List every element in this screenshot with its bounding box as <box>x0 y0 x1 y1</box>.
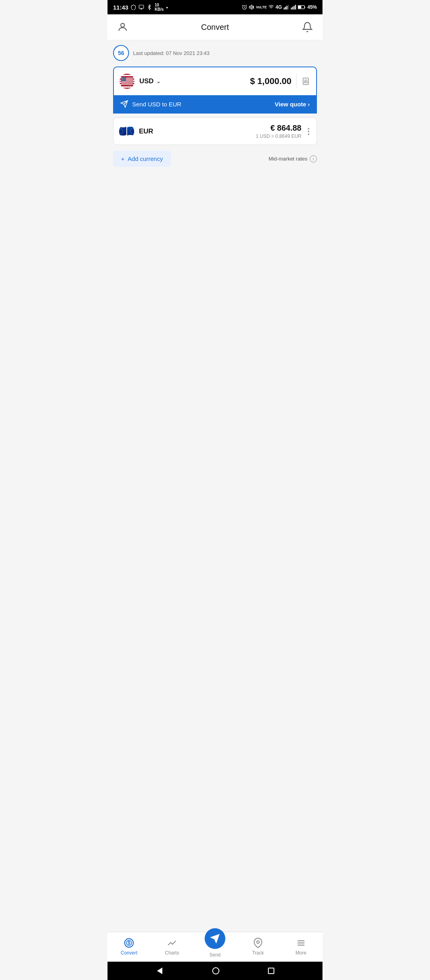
vibrate-icon <box>249 4 254 10</box>
eur-amount: € 864.88 <box>158 123 301 133</box>
svg-marker-27 <box>211 935 219 943</box>
mid-market-label: Mid-market rates <box>268 156 307 162</box>
convert-label: Convert <box>121 950 137 956</box>
security-icon <box>131 4 136 10</box>
convert-icon-wrap: $ <box>123 937 135 949</box>
nav-send[interactable]: Send <box>194 928 236 958</box>
android-nav <box>108 962 322 980</box>
mid-market-info: Mid-market rates i <box>268 155 317 163</box>
eur-amounts: € 864.88 1 USD = 0.8649 EUR <box>158 123 301 139</box>
bottom-nav: $ Convert Charts Send <box>108 932 322 962</box>
signal2-icon <box>291 4 296 10</box>
eur-code: EUR <box>139 127 153 135</box>
home-button[interactable] <box>212 967 219 974</box>
rate-info: 56 Last updated: 07 Nov 2021 23:43 <box>113 45 317 61</box>
send-label-wrap: Send USD to EUR <box>120 100 181 108</box>
screen-icon <box>139 4 144 10</box>
recents-button[interactable] <box>268 968 274 974</box>
status-bar: 11:43 10KB/s • VoLTE 4G 45% <box>108 0 322 14</box>
status-right: VoLTE 4G 45% <box>242 4 317 10</box>
bluetooth-icon <box>147 4 152 10</box>
status-left: 11:43 10KB/s • <box>113 3 168 12</box>
send-banner[interactable]: Send USD to EUR View quote › <box>114 95 316 113</box>
svg-marker-32 <box>157 968 162 974</box>
usd-card: USD ⌄ $ 1,000.00 <box>113 67 317 114</box>
svg-rect-11 <box>298 6 301 8</box>
svg-rect-7 <box>292 7 293 10</box>
svg-rect-4 <box>287 6 287 10</box>
svg-point-28 <box>257 941 260 944</box>
top-nav: Convert <box>108 14 322 40</box>
back-button[interactable] <box>156 967 164 975</box>
svg-rect-2 <box>284 8 285 10</box>
eur-more-button[interactable] <box>306 126 311 137</box>
usd-code: USD <box>139 77 154 85</box>
nav-charts[interactable]: Charts <box>150 937 194 956</box>
charts-icon-wrap <box>166 937 178 949</box>
dot-indicator: • <box>166 4 168 10</box>
svg-rect-5 <box>288 5 289 10</box>
wifi-icon <box>268 4 274 10</box>
svg-point-12 <box>121 24 124 27</box>
charts-label: Charts <box>165 950 179 956</box>
nav-convert[interactable]: $ Convert <box>108 937 150 956</box>
eur-rate: 1 USD = 0.8649 EUR <box>158 133 301 139</box>
chevron-down-icon: ⌄ <box>156 78 161 84</box>
svg-rect-9 <box>295 5 296 10</box>
main-content: 56 Last updated: 07 Nov 2021 23:43 USD ⌄… <box>108 40 322 932</box>
send-fab[interactable] <box>205 928 225 949</box>
svg-rect-0 <box>139 5 144 8</box>
view-quote-button[interactable]: View quote › <box>275 101 310 108</box>
battery-icon <box>298 5 306 10</box>
alarm-icon <box>242 4 247 10</box>
nav-more[interactable]: More <box>280 937 322 956</box>
usd-flag <box>119 74 135 89</box>
eur-flag: 🇪🇺 <box>119 124 134 139</box>
battery-label: 45% <box>307 4 317 10</box>
send-label: Send USD to EUR <box>132 101 181 108</box>
track-label: Track <box>252 950 264 956</box>
volte-icon: VoLTE <box>256 5 267 9</box>
network-label: 4G <box>276 4 282 10</box>
usd-amount: $ 1,000.00 <box>166 76 291 86</box>
nav-track[interactable]: Track <box>236 937 280 956</box>
rate-badge: 56 <box>113 45 129 61</box>
calculator-button[interactable] <box>296 74 311 88</box>
eur-card: 🇪🇺 EUR € 864.88 1 USD = 0.8649 EUR <box>113 118 317 145</box>
signal-icon <box>283 4 289 10</box>
chevron-right-icon: › <box>308 101 310 108</box>
svg-rect-3 <box>285 7 286 10</box>
bottom-actions: + Add currency Mid-market rates i <box>113 151 317 167</box>
eur-selector[interactable]: EUR <box>139 127 153 135</box>
last-updated: Last updated: 07 Nov 2021 23:43 <box>133 50 209 56</box>
more-icon-wrap <box>295 937 307 949</box>
usd-top: USD ⌄ $ 1,000.00 <box>114 67 316 95</box>
usd-selector[interactable]: USD ⌄ <box>139 77 161 85</box>
svg-rect-6 <box>291 8 292 10</box>
plus-icon: + <box>121 155 125 162</box>
svg-rect-8 <box>294 6 295 10</box>
status-time: 11:43 <box>113 4 128 11</box>
more-label: More <box>295 950 306 956</box>
notification-button[interactable] <box>300 20 315 34</box>
profile-button[interactable] <box>115 20 130 34</box>
add-currency-label: Add currency <box>128 155 163 162</box>
info-button[interactable]: i <box>310 155 317 163</box>
data-speed: 10KB/s <box>154 3 164 12</box>
add-currency-button[interactable]: + Add currency <box>113 151 171 167</box>
send-label: Send <box>209 952 221 958</box>
page-title: Convert <box>201 23 229 32</box>
track-icon-wrap <box>252 937 264 949</box>
